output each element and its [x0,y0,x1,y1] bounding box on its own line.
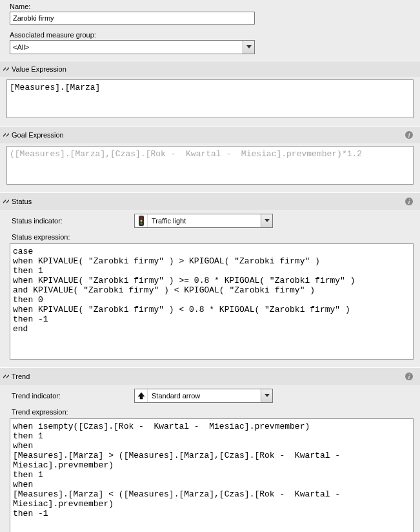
svg-point-7 [140,223,142,225]
trend-header[interactable]: Trend i [0,367,420,385]
dropdown-button[interactable] [261,389,272,402]
collapse-icon [3,66,9,72]
goal-expression-title: Goal Expression [12,131,405,139]
chevron-down-icon [265,394,270,398]
measure-group-label: Associated measure group: [10,31,410,39]
chevron-down-icon [265,219,270,223]
status-indicator-label: Status indicator: [12,217,134,225]
trend-indicator-label: Trend indicator: [12,392,134,400]
status-expression-textarea[interactable] [10,243,414,360]
arrow-up-icon [135,389,148,402]
trend-indicator-select[interactable]: Standard arrow [134,389,273,403]
value-expression-title: Value Expression [12,65,417,73]
svg-text:i: i [408,198,410,205]
status-indicator-value: Traffic light [148,217,261,225]
trend-expression-label: Trend expression: [0,407,420,417]
info-icon[interactable]: i [405,197,414,206]
name-input[interactable] [10,12,255,25]
collapse-icon [3,374,9,380]
collapse-icon [3,199,9,205]
goal-expression-textarea[interactable] [6,146,414,185]
svg-text:i: i [408,131,410,139]
svg-point-6 [140,220,142,222]
status-indicator-select[interactable]: Traffic light [134,214,273,228]
value-expression-textarea[interactable] [6,79,414,118]
status-title: Status [12,198,405,205]
name-label: Name: [10,3,410,10]
info-icon[interactable]: i [405,130,414,139]
svg-text:i: i [408,373,410,380]
trend-expression-textarea[interactable] [10,418,414,532]
svg-point-5 [140,218,142,220]
status-header[interactable]: Status i [0,192,420,210]
goal-expression-header[interactable]: Goal Expression i [0,126,420,143]
value-expression-header[interactable]: Value Expression [0,61,420,77]
trend-title: Trend [12,373,405,380]
dropdown-button[interactable] [261,214,272,227]
traffic-light-icon [135,214,148,227]
trend-indicator-value: Standard arrow [148,392,261,400]
chevron-down-icon [246,45,252,49]
status-expression-label: Status expression: [0,232,420,242]
collapse-icon [3,132,9,138]
measure-group-value: <All> [10,43,243,51]
measure-group-select[interactable]: <All> [10,40,255,54]
info-icon[interactable]: i [405,372,414,381]
dropdown-button[interactable] [243,41,254,54]
